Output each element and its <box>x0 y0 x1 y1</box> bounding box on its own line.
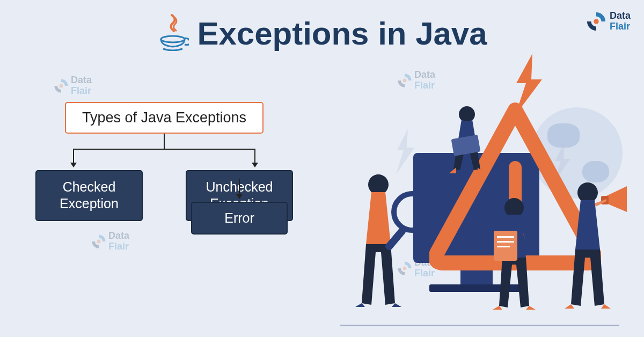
person-megaphone-icon <box>558 180 631 311</box>
arrow-down-icon <box>70 163 77 167</box>
svg-rect-15 <box>497 236 514 238</box>
svg-point-11 <box>394 194 429 230</box>
connector-line <box>239 179 240 195</box>
watermark: DataFlair <box>91 231 129 252</box>
person-magnifier-icon <box>349 172 429 309</box>
exception-types-diagram: Types of Java Exceptions Checked Excepti… <box>35 102 293 221</box>
svg-point-3 <box>97 239 101 243</box>
error-node: Error <box>191 202 288 235</box>
watermark: DataFlair <box>54 75 92 97</box>
illustration <box>333 59 633 333</box>
connector-line <box>164 134 165 149</box>
java-logo-icon <box>157 13 189 53</box>
svg-point-1 <box>594 19 599 24</box>
ground-line <box>340 325 619 326</box>
page-title: Exceptions in Java <box>197 15 487 52</box>
brand-logo: Data Flair <box>586 11 631 32</box>
node-label: Checked Exception <box>60 179 119 211</box>
svg-rect-17 <box>497 246 510 247</box>
brand-name-1: Data <box>610 11 631 21</box>
svg-point-0 <box>161 36 185 42</box>
checked-exception-node: Checked Exception <box>35 170 143 221</box>
arrow-down-icon <box>236 194 243 199</box>
svg-point-18 <box>577 182 598 203</box>
person-sitting-laptop-icon <box>437 105 499 174</box>
brand-name-2: Flair <box>610 21 631 32</box>
connector-line <box>73 149 255 150</box>
node-label: Error <box>224 210 254 225</box>
svg-point-2 <box>60 84 63 87</box>
arrow-down-icon <box>252 163 258 167</box>
lightning-bolt-icon <box>510 54 547 115</box>
person-clipboard-icon <box>483 196 545 311</box>
svg-point-13 <box>504 198 524 217</box>
header: Exceptions in Java <box>0 0 644 53</box>
dataflair-logo-icon <box>586 11 606 32</box>
svg-rect-16 <box>497 241 514 243</box>
svg-point-10 <box>368 174 389 195</box>
diagram-root-node: Types of Java Exceptions <box>65 102 264 134</box>
svg-point-8 <box>459 106 475 122</box>
